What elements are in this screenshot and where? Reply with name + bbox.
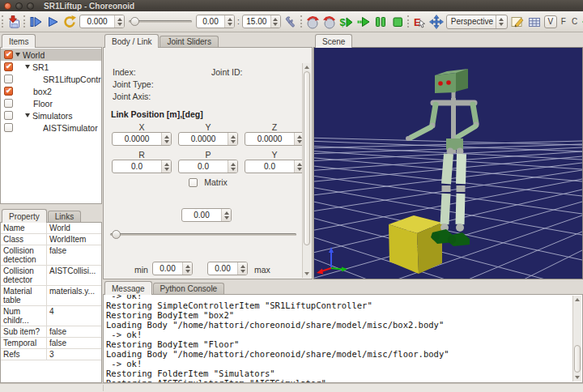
slider-track[interactable] [110, 233, 296, 236]
spin-buttons[interactable] [114, 15, 124, 28]
scroll-down-icon[interactable] [575, 376, 580, 379]
spin-value[interactable]: 0.00 [197, 15, 224, 28]
spin-up-icon[interactable] [297, 135, 302, 138]
item-checkbox[interactable] [4, 50, 13, 59]
toolbar-grip[interactable] [407, 15, 410, 28]
spin-up-icon[interactable] [297, 163, 302, 166]
spin-buttons[interactable] [221, 209, 231, 221]
property-value[interactable]: AISTCollisi... [47, 266, 101, 286]
scroll-up-icon[interactable] [575, 298, 580, 301]
tab-message[interactable]: Message [104, 281, 152, 295]
property-value[interactable]: WorldItem [47, 234, 101, 245]
expander-icon[interactable] [15, 53, 20, 57]
property-value[interactable]: 4 [47, 306, 101, 326]
spin-down-icon[interactable] [224, 216, 229, 219]
item-checkbox[interactable] [4, 62, 13, 71]
spin-buttons[interactable] [270, 15, 280, 28]
spin-up-icon[interactable] [231, 163, 236, 166]
spin-down-icon[interactable] [499, 23, 504, 26]
vertex-toggle-button[interactable]: V [544, 15, 557, 28]
play-icon[interactable] [45, 15, 60, 29]
flat-shading-button[interactable]: F [560, 16, 568, 27]
tab-property[interactable]: Property [2, 209, 47, 223]
spin-down-icon[interactable] [297, 168, 302, 171]
spin-value[interactable]: 0.0 [179, 160, 228, 173]
spin-buttons[interactable] [224, 15, 234, 28]
slider-handle[interactable] [130, 17, 139, 26]
play-from-start-icon[interactable] [28, 15, 43, 29]
time-spinbox[interactable]: 0.000 [79, 15, 125, 28]
spin-up-icon[interactable] [499, 18, 504, 21]
property-value[interactable]: materials.y... [47, 286, 101, 306]
refresh-icon[interactable] [62, 15, 77, 29]
spin-up-icon[interactable] [273, 18, 278, 21]
tab-joint-sliders[interactable]: Joint Sliders [160, 36, 218, 47]
spin-value[interactable]: 0.0000 [179, 133, 228, 145]
item-checkbox[interactable] [4, 111, 13, 120]
tab-body-link[interactable]: Body / Link [104, 34, 159, 48]
body-link-scrollbar[interactable] [302, 63, 311, 278]
minimize-button[interactable] [15, 2, 23, 10]
tree-item[interactable]: Simulators [1, 109, 101, 121]
spin-value[interactable]: 0.00 [182, 209, 221, 221]
item-checkbox[interactable] [4, 75, 13, 83]
tab-items[interactable]: Items [2, 34, 36, 48]
toolbar-grip[interactable] [2, 15, 4, 28]
matrix-checkbox[interactable] [189, 178, 198, 187]
collision-toggle-button[interactable]: C [570, 16, 579, 27]
spin-value[interactable]: 15.00 [243, 15, 270, 28]
spin-down-icon[interactable] [228, 23, 232, 26]
spin-down-icon[interactable] [240, 270, 245, 273]
scrollbar-thumb[interactable] [574, 345, 581, 373]
tab-python-console[interactable]: Python Console [153, 283, 225, 294]
tab-links[interactable]: Links [48, 211, 81, 222]
message-scrollbar[interactable] [572, 296, 581, 381]
config-wrench-icon[interactable] [283, 15, 298, 29]
edit-mode-icon[interactable]: E [412, 15, 427, 29]
tree-item[interactable]: SR1LiftupContr... [1, 73, 101, 85]
tree-item[interactable]: box2 [1, 85, 101, 97]
scrollbar-thumb[interactable] [304, 71, 310, 245]
spin-value[interactable]: 0.00 [208, 262, 237, 275]
projection-combo[interactable]: Perspective [446, 15, 508, 29]
rotation-p-spinbox[interactable]: 0.0 [178, 160, 238, 173]
rotation-y-spinbox[interactable]: 0.0 [245, 160, 304, 173]
spin-up-icon[interactable] [164, 163, 169, 166]
spin-value[interactable]: 0.00 [153, 262, 182, 275]
spin-down-icon[interactable] [231, 168, 236, 171]
property-value[interactable]: false [47, 326, 101, 338]
tab-scene[interactable]: Scene [315, 34, 352, 48]
scene-viewport[interactable] [313, 47, 583, 279]
slider-handle[interactable] [112, 230, 121, 239]
range-start-spinbox[interactable]: 0.00 [196, 15, 235, 28]
resume-icon[interactable] [356, 15, 371, 29]
tree-item[interactable]: AISTSimulator [1, 121, 101, 134]
start-controller-icon[interactable]: $ [339, 15, 354, 29]
spin-down-icon[interactable] [164, 168, 169, 171]
wireframe-icon[interactable] [527, 15, 542, 29]
min-spinbox[interactable]: 0.00 [152, 262, 193, 275]
spin-up-icon[interactable] [185, 265, 190, 268]
expander-icon[interactable] [25, 65, 30, 69]
spin-buttons[interactable] [161, 133, 171, 145]
joint-angle-spinbox[interactable]: 0.00 [181, 208, 232, 222]
spin-down-icon[interactable] [297, 140, 302, 143]
message-log[interactable]: -> ok!Restoring SimpleControllerItem "SR… [103, 294, 583, 383]
spin-up-icon[interactable] [240, 265, 245, 268]
property-value[interactable]: World [47, 223, 101, 234]
spin-buttons[interactable] [228, 160, 237, 173]
combo-spin-buttons[interactable] [496, 15, 506, 28]
spin-value[interactable]: 0.0 [113, 160, 161, 173]
property-table[interactable]: NameWorldClassWorldItemCollision detecti… [0, 222, 102, 383]
scroll-down-icon[interactable] [304, 272, 309, 275]
spin-value[interactable]: 0.000 [80, 15, 114, 28]
spin-up-icon[interactable] [164, 135, 169, 138]
item-checkbox[interactable] [4, 87, 13, 96]
spin-buttons[interactable] [237, 262, 247, 275]
close-button[interactable] [4, 2, 11, 10]
spin-up-icon[interactable] [117, 18, 122, 21]
tree-item[interactable]: World [1, 49, 101, 61]
maximize-button[interactable] [27, 2, 34, 10]
spin-up-icon[interactable] [224, 211, 229, 215]
scroll-up-icon[interactable] [304, 66, 309, 69]
